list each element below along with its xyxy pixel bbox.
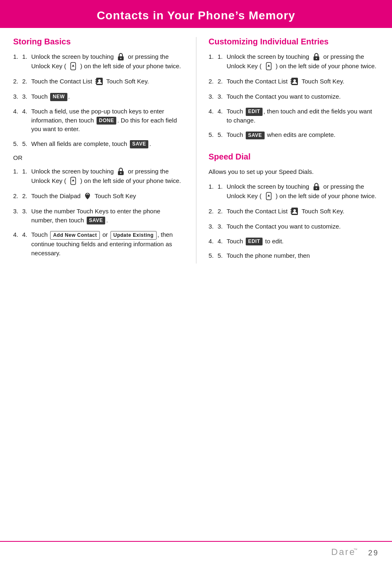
list-item: 1. Unlock the screen by touching or pres… <box>13 167 184 186</box>
contact-list-icon <box>290 207 299 216</box>
list-item: 4. Touch EDIT to edit. <box>209 237 379 246</box>
list-item: 2. Touch the Contact List Touch Soft Key… <box>13 77 184 86</box>
left-column: Storing Basics 1. Unlock the screen by t… <box>13 37 196 264</box>
list-item: 3. Touch the Contact you want to customi… <box>209 222 379 231</box>
dare-logo: Dare ™ 29 <box>331 546 379 560</box>
speed-dial-list: 1. Unlock the screen by touching or pres… <box>209 182 379 260</box>
lock-icon <box>116 167 125 176</box>
speed-dial-intro: Allows you to set up your Speed Dials. <box>209 167 379 176</box>
or-divider: OR <box>13 154 184 161</box>
page-footer: Dare ™ 29 <box>0 541 392 564</box>
svg-text:™: ™ <box>353 548 359 552</box>
list-item: 3. Touch the Contact you want to customi… <box>209 92 379 101</box>
edit-button-label: EDIT <box>246 108 263 116</box>
unlock-key-icon <box>264 62 273 71</box>
contact-list-icon <box>95 77 104 86</box>
storing-basics-alt-list: 1. Unlock the screen by touching or pres… <box>13 167 184 258</box>
done-button-label: DONE <box>97 117 117 125</box>
add-new-contact-label: Add New Contact <box>50 231 100 240</box>
page-header: Contacts in Your Phone’s Memory <box>0 2 392 28</box>
list-item: 3. Touch NEW. <box>13 92 184 101</box>
page-number: 29 <box>368 549 379 557</box>
lock-icon <box>116 52 125 61</box>
list-item: 2. Touch the Contact List Touch Soft Key… <box>209 77 379 86</box>
list-item: 4. Touch Add New Contact or Update Exist… <box>13 230 184 257</box>
save-button-label: SAVE <box>246 132 265 139</box>
new-button-label: NEW <box>50 93 67 101</box>
list-item: 4. Touch EDIT, then touch and edit the f… <box>209 107 379 125</box>
list-item: 4. Touch a field, use the pop-up touch k… <box>13 107 184 134</box>
update-existing-label: Update Existing <box>111 231 157 240</box>
list-item: 5. Touch the phone number, then <box>209 251 379 260</box>
dare-logo-svg: Dare ™ <box>331 546 360 557</box>
speed-dial-title: Speed Dial <box>209 152 379 162</box>
customizing-title: Customizing Individual Entries <box>209 37 379 46</box>
unlock-key-icon <box>264 192 273 201</box>
list-item: 1. Unlock the screen by touching or pres… <box>209 182 379 201</box>
list-item: 1. Unlock the screen by touching or pres… <box>13 52 184 71</box>
save-button-label: SAVE <box>87 217 106 224</box>
page-title: Contacts in Your Phone’s Memory <box>16 9 376 22</box>
list-item: 3. Use the number Touch Keys to enter th… <box>13 207 184 225</box>
unlock-key-icon <box>69 62 78 71</box>
contact-list-icon <box>290 77 299 86</box>
right-column: Customizing Individual Entries 1. Unlock… <box>196 37 379 266</box>
customizing-list: 1. Unlock the screen by touching or pres… <box>209 52 379 139</box>
lock-icon <box>312 52 321 61</box>
list-item: 5. Touch SAVE when edits are complete. <box>209 130 379 139</box>
storing-basics-list: 1. Unlock the screen by touching or pres… <box>13 52 184 148</box>
content-area: Storing Basics 1. Unlock the screen by t… <box>0 28 392 282</box>
list-item: 1. Unlock the screen by touching or pres… <box>209 52 379 71</box>
storing-basics-title: Storing Basics <box>13 37 184 46</box>
list-item: 2. Touch the Contact List Touch Soft Key… <box>209 207 379 216</box>
list-item: 2. Touch the Dialpad Touch Soft Key <box>13 192 184 201</box>
svg-text:Dare: Dare <box>331 547 356 557</box>
logo-text: Dare ™ <box>331 546 360 560</box>
dialpad-icon <box>83 192 92 201</box>
unlock-key-icon <box>69 176 78 185</box>
edit-button-label: EDIT <box>246 238 263 245</box>
save-button-label: SAVE <box>130 140 149 148</box>
list-item: 5. When all fields are complete, touch S… <box>13 139 184 148</box>
lock-icon <box>312 182 321 191</box>
